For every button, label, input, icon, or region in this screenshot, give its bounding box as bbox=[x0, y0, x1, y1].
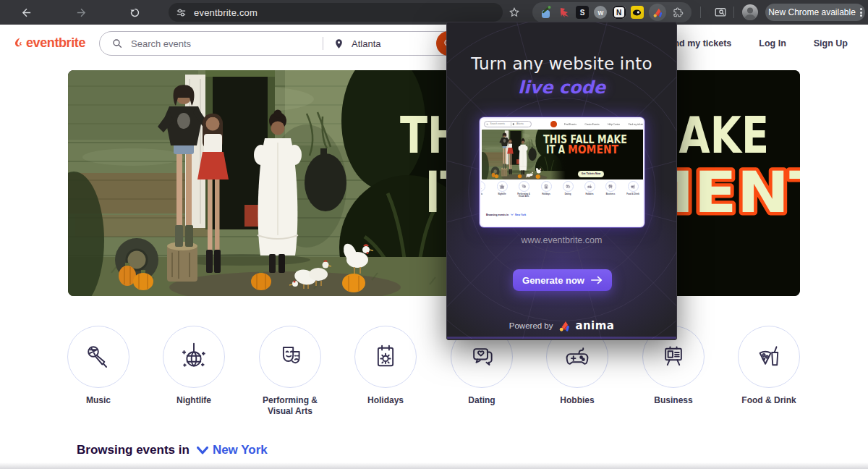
puzzle-glyph bbox=[672, 7, 684, 18]
category-label: Holidays bbox=[346, 395, 425, 406]
category-food-drink[interactable]: Food & Drink bbox=[729, 326, 809, 406]
bookmark-star-button[interactable] bbox=[505, 3, 524, 22]
extensions-puzzle-icon[interactable] bbox=[671, 6, 684, 19]
mini-hero-line2-highlight: MOMENT bbox=[568, 143, 618, 156]
mini-hero-banner: THIS FALL MAKE IT A MOMENT Get Tickets N… bbox=[482, 130, 644, 179]
avatar-silhouette bbox=[742, 4, 758, 20]
nav-sign-up[interactable]: Sign Up bbox=[814, 38, 848, 48]
mini-search-divider bbox=[511, 122, 511, 126]
red-bird-extension-icon[interactable] bbox=[558, 6, 571, 19]
category-performing-arts[interactable]: Performing & Visual Arts bbox=[250, 326, 330, 417]
mini-nav-item: Create Events bbox=[584, 123, 599, 126]
screen-search-button[interactable] bbox=[711, 3, 730, 22]
mini-browsing-row: Browsing events in New York bbox=[486, 214, 526, 216]
screen-search-icon bbox=[714, 6, 727, 19]
powered-by-label: Powered by bbox=[509, 321, 553, 330]
category-label: Hobbies bbox=[537, 395, 617, 406]
url-text: eventbrite.com bbox=[194, 7, 258, 18]
mini-pin-icon bbox=[512, 123, 515, 126]
location-selector-label: New York bbox=[213, 443, 268, 457]
mini-hero-headline: THIS FALL MAKE IT A MOMENT bbox=[482, 130, 644, 179]
category-nightlife[interactable]: Nightlife bbox=[154, 326, 234, 406]
popup-heading-line1: Turn any website into bbox=[447, 54, 676, 73]
browsing-prefix: Browsing events in bbox=[77, 443, 190, 457]
category-label: Music bbox=[59, 395, 138, 406]
search-icon bbox=[111, 38, 123, 49]
category-label: Business bbox=[634, 395, 713, 406]
site-settings-icon[interactable] bbox=[176, 7, 187, 18]
search-bar: Search events Atlanta bbox=[99, 31, 461, 56]
business-icon bbox=[658, 342, 689, 372]
update-chrome-label: New Chrome available bbox=[768, 7, 856, 17]
forward-icon bbox=[75, 7, 88, 19]
paint-tool-glyph bbox=[540, 6, 553, 19]
anima-extension-glyph bbox=[652, 7, 663, 18]
eventbrite-logo[interactable]: eventbrite bbox=[12, 35, 85, 51]
page-bottom-shadow bbox=[0, 462, 868, 469]
popup-heading-line2: live code bbox=[447, 77, 676, 98]
anima-extension-icon[interactable] bbox=[649, 4, 666, 21]
n-monogram-extension-icon[interactable]: N bbox=[613, 6, 626, 19]
powered-by-anima[interactable]: Powered by anima bbox=[447, 319, 676, 332]
w-monogram: w bbox=[597, 9, 603, 17]
mini-nav: Find Events Create Events Help Center Fi… bbox=[564, 119, 644, 130]
mini-nav-item: Find my tickets bbox=[629, 123, 644, 126]
search-input[interactable]: Search events bbox=[131, 38, 312, 49]
holidays-icon bbox=[370, 342, 401, 372]
mini-search-button bbox=[550, 121, 557, 127]
toolbar-separator-2 bbox=[733, 7, 734, 18]
mini-chevron-down-icon bbox=[511, 214, 514, 216]
forward-button[interactable] bbox=[72, 3, 90, 22]
address-bar[interactable]: eventbrite.com bbox=[169, 3, 503, 22]
mini-get-tickets-button: Get Tickets Now bbox=[578, 171, 604, 177]
red-bird-glyph bbox=[558, 7, 570, 18]
category-label: Nightlife bbox=[154, 395, 234, 406]
mini-header: Search events Atlanta Find Events Create… bbox=[481, 119, 644, 130]
browsing-row: Browsing events in New York bbox=[77, 443, 268, 457]
category-label: Performing & Visual Arts bbox=[250, 395, 330, 417]
website-preview-card: Search events Atlanta Find Events Create… bbox=[480, 117, 644, 227]
reload-button[interactable] bbox=[125, 3, 144, 22]
mini-location: Atlanta bbox=[516, 122, 524, 125]
n-monogram: N bbox=[616, 9, 621, 17]
category-label: Food & Drink bbox=[729, 395, 809, 406]
header-nav: Find my tickets Log In Sign Up bbox=[665, 25, 848, 62]
anima-logo-icon bbox=[558, 320, 571, 332]
browser-toolbar: eventbrite.com S w N bbox=[0, 0, 868, 25]
s-monogram-extension-icon[interactable]: S bbox=[576, 6, 589, 19]
category-label: Dating bbox=[442, 395, 522, 406]
generate-now-label: Generate now bbox=[522, 275, 584, 286]
anima-brand-label: anima bbox=[576, 319, 615, 332]
mini-nav-item: Help Center bbox=[608, 123, 620, 126]
profile-avatar[interactable] bbox=[742, 4, 758, 20]
hobbies-icon bbox=[562, 342, 592, 372]
chevron-down-icon bbox=[197, 446, 208, 455]
toolbar-menu-icon[interactable] bbox=[860, 7, 862, 18]
food-drink-icon bbox=[754, 342, 784, 372]
star-icon bbox=[509, 7, 520, 18]
nav-log-in[interactable]: Log In bbox=[759, 38, 786, 48]
back-button[interactable] bbox=[17, 3, 35, 22]
generate-now-button[interactable]: Generate now bbox=[513, 269, 612, 291]
hero-banner[interactable]: THIS FALL MAKE IT A MOMENT Get Tickets N… bbox=[68, 70, 800, 296]
reload-icon bbox=[129, 7, 141, 19]
music-icon bbox=[83, 342, 114, 372]
screen: eventbrite.com S w N bbox=[0, 0, 868, 469]
arrow-right-icon bbox=[591, 276, 603, 284]
location-pin-icon bbox=[333, 38, 344, 49]
location-selector[interactable]: New York bbox=[197, 443, 268, 457]
category-holidays[interactable]: Holidays bbox=[346, 326, 425, 406]
w-monogram-extension-icon[interactable]: w bbox=[594, 6, 607, 19]
update-chrome-button[interactable]: New Chrome available bbox=[765, 4, 865, 21]
mini-search-bar: Search events Atlanta bbox=[484, 121, 532, 127]
mini-hero-line2-prefix: IT A bbox=[546, 143, 565, 156]
eye-glyph bbox=[632, 8, 642, 17]
back-icon bbox=[20, 7, 33, 19]
toolbar-separator bbox=[700, 7, 701, 18]
dating-icon bbox=[467, 342, 497, 372]
category-music[interactable]: Music bbox=[59, 326, 138, 406]
yellow-eye-extension-icon[interactable] bbox=[631, 6, 644, 19]
nightlife-icon bbox=[179, 342, 209, 372]
performing-arts-icon bbox=[275, 342, 305, 372]
paint-tool-extension-icon[interactable] bbox=[540, 6, 553, 19]
